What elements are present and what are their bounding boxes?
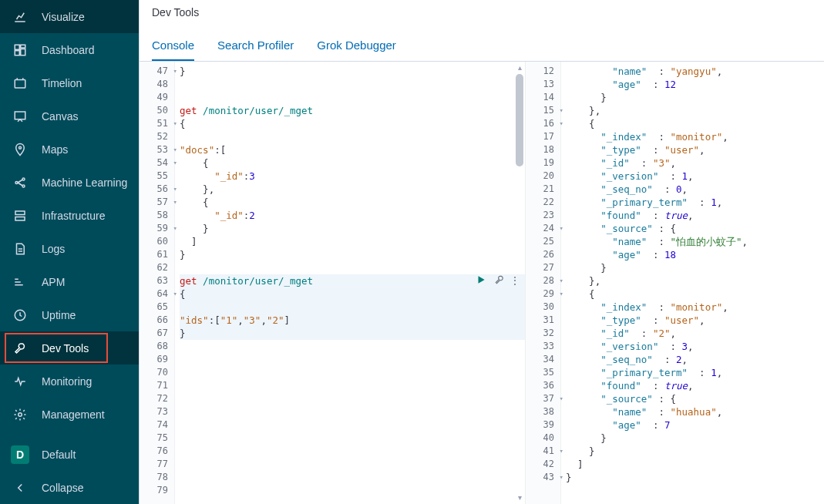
tab-search-profiler[interactable]: Search Profiler [217,31,294,61]
space-badge: D [11,445,29,464]
sidebar-item-management[interactable]: Management [0,398,139,431]
sidebar-item-uptime[interactable]: Uptime [0,298,139,331]
sidebar-item-label: Collapse [42,482,83,494]
svg-rect-10 [15,211,25,215]
svg-rect-2 [21,49,25,55]
page-title: Dev Tools [140,0,824,28]
sidebar-item-label: Dashboard [42,44,95,56]
scroll-down-icon[interactable]: ▾ [516,493,523,502]
svg-point-9 [22,185,25,187]
sidebar-collapse[interactable]: Collapse [0,471,139,504]
infra-icon [11,207,29,225]
sidebar-item-label: Monitoring [42,375,92,388]
canvas-icon [11,107,29,126]
devtools-icon [11,339,29,358]
line-gutter: 1213141516171819202122232425262728293031… [526,62,561,504]
sidebar-item-logs[interactable]: Logs [0,232,139,265]
management-icon [11,405,29,424]
sidebar-item-label: Timelion [42,77,82,89]
svg-point-8 [22,178,25,180]
sidebar-item-label: Default [42,449,76,461]
uptime-icon [11,306,29,324]
sidebar-item-label: Management [42,408,105,421]
sidebar-item-maps[interactable]: Maps [0,133,139,166]
sidebar-item-dashboard[interactable]: Dashboard [0,33,139,66]
request-code[interactable]: }get /monitor/user/_mget{"docs":[ { "_id… [175,62,525,504]
sidebar-item-infrastructure[interactable]: Infrastructure [0,199,139,232]
response-viewer: 1213141516171819202122232425262728293031… [525,62,824,504]
sidebar-item-timelion[interactable]: Timelion [0,66,139,99]
sidebar-item-label: APM [42,276,65,288]
sidebar-item-label: Uptime [42,309,76,321]
sidebar-item-devtools[interactable]: Dev Tools [0,331,139,365]
request-options-button[interactable] [494,274,505,287]
timelion-icon [11,74,29,92]
line-gutter: 4748495051525354555657585960616263646566… [140,62,175,504]
sidebar-item-label: Logs [42,243,65,255]
monitoring-icon [11,372,29,391]
request-editor[interactable]: 4748495051525354555657585960616263646566… [140,62,525,504]
scroll-up-icon[interactable]: ▴ [516,63,523,72]
svg-point-6 [19,146,22,149]
sidebar: Visualize Dashboard Timelion Canvas Maps… [0,0,139,504]
sidebar-item-label: Visualize [42,11,85,23]
svg-rect-1 [21,45,25,48]
sidebar-item-label: Machine Learning [42,176,127,189]
svg-rect-3 [15,50,19,55]
response-code: "name" : "yangyu", "age" : 12 } }, { "_i… [561,62,824,504]
svg-rect-4 [15,79,25,88]
sidebar-item-label: Infrastructure [42,210,105,222]
editor-scrollbar[interactable]: ▴ ▾ [514,62,525,504]
svg-point-13 [18,412,22,416]
sidebar-item-monitoring[interactable]: Monitoring [0,365,139,398]
svg-rect-11 [15,217,25,220]
sidebar-item-visualize[interactable]: Visualize [0,0,139,33]
run-request-button[interactable] [476,274,486,287]
svg-rect-5 [15,112,25,119]
scroll-thumb[interactable] [516,74,523,166]
sidebar-item-label: Dev Tools [42,342,89,354]
sidebar-item-ml[interactable]: Machine Learning [0,166,139,199]
ml-icon [11,173,29,192]
dashboard-icon [11,41,29,59]
tab-grok-debugger[interactable]: Grok Debugger [317,31,396,61]
tab-console[interactable]: Console [152,31,194,61]
logs-icon [11,240,29,258]
sidebar-item-canvas[interactable]: Canvas [0,99,139,133]
apm-icon [11,273,29,291]
collapse-icon [11,479,29,497]
visualize-icon [11,8,29,26]
sidebar-item-apm[interactable]: APM [0,265,139,298]
sidebar-item-label: Canvas [42,110,78,123]
sidebar-item-label: Maps [42,143,68,156]
main: Dev Tools Console Search Profiler Grok D… [139,0,824,504]
tabs: Console Search Profiler Grok Debugger [140,28,824,62]
svg-point-7 [15,181,18,183]
svg-rect-0 [15,45,19,49]
sidebar-item-default-space[interactable]: D Default [0,438,139,471]
maps-icon [11,140,29,159]
